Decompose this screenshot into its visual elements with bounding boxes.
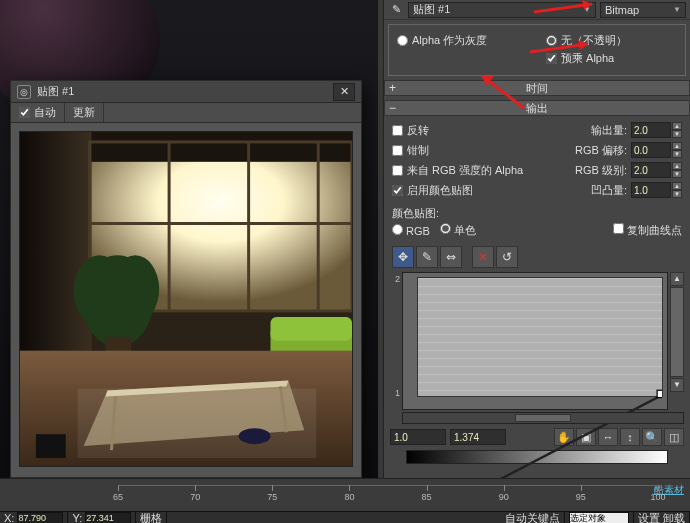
time-rollout: + 时间 <box>384 80 690 96</box>
spin-up-icon[interactable]: ▲ <box>672 182 682 190</box>
setkey-seg[interactable]: 设置 卸载 <box>634 512 690 523</box>
alpha-none-radio[interactable] <box>546 35 557 46</box>
spin-down-icon[interactable]: ▼ <box>672 170 682 178</box>
output-rollout-header[interactable]: − 输出 <box>384 100 690 116</box>
reset-curve-button[interactable]: ↺ <box>496 246 518 268</box>
close-button[interactable]: ✕ <box>333 83 355 101</box>
zoom-ext-v-button[interactable]: ▼ <box>670 378 684 392</box>
ytick-2: 2 <box>395 274 400 284</box>
alpha-premult-option[interactable]: 预乘 Alpha <box>546 49 677 67</box>
colormap-title: 颜色贴图: <box>392 206 682 221</box>
enable-colormap-label: 启用颜色贴图 <box>407 183 473 198</box>
rgb-offset-input[interactable] <box>631 142 671 158</box>
alpha-as-gray-radio[interactable] <box>397 35 408 46</box>
coord-x: X: <box>0 512 68 523</box>
colormap-section: 颜色贴图: RGB 单色 复制曲线点 <box>384 204 690 244</box>
enable-colormap-check[interactable] <box>392 185 403 196</box>
svg-point-11 <box>111 255 159 323</box>
clamp-check[interactable] <box>392 145 403 156</box>
svg-rect-21 <box>78 388 317 458</box>
selection-filter[interactable] <box>565 512 634 523</box>
y-input[interactable] <box>85 512 131 523</box>
pen-icon: ✎ <box>422 250 432 264</box>
map-slot-row: ✎ 贴图 #1 ▼ Bitmap ▼ <box>384 0 690 20</box>
map-type-dropdown[interactable]: Bitmap ▼ <box>600 2 686 18</box>
spin-up-icon[interactable]: ▲ <box>672 122 682 130</box>
time-rollout-header[interactable]: + 时间 <box>384 80 690 96</box>
window-titlebar[interactable]: ◎ 贴图 #1 ✕ <box>11 81 361 103</box>
tick-label: 70 <box>190 492 200 502</box>
tick-label: 75 <box>267 492 277 502</box>
scale-point-button[interactable]: ⇔ <box>440 246 462 268</box>
tick <box>427 485 428 491</box>
curve-editor: 2 1 ▲ ▼ <box>390 272 684 410</box>
alpha-from-rgb-check[interactable] <box>392 165 403 176</box>
copy-points-option[interactable]: 复制曲线点 <box>613 223 682 238</box>
mono-option[interactable]: 单色 <box>440 223 476 238</box>
curve-hscroll[interactable] <box>402 412 684 424</box>
delete-point-button[interactable]: ✕ <box>472 246 494 268</box>
rgb-option[interactable]: RGB <box>392 224 430 237</box>
svg-rect-31 <box>657 390 662 397</box>
minus-icon: − <box>389 102 396 114</box>
invert-check[interactable] <box>392 125 403 136</box>
spin-up-icon[interactable]: ▲ <box>672 142 682 150</box>
curve-side-buttons: ▲ ▼ <box>670 272 684 410</box>
mono-radio[interactable] <box>440 223 451 234</box>
rgb-level-spinner[interactable]: ▲▼ <box>631 162 682 178</box>
chevron-down-icon: ▼ <box>673 5 681 14</box>
tick <box>118 485 119 491</box>
spin-down-icon[interactable]: ▼ <box>672 150 682 158</box>
tick <box>581 485 582 491</box>
mono-radio-label: 单色 <box>454 224 476 236</box>
chevron-down-icon: ▼ <box>583 5 591 14</box>
rgb-radio[interactable] <box>392 224 403 235</box>
rgb-level-label: RGB 级别: <box>567 163 627 178</box>
timeline[interactable]: 65707580859095100 <box>118 485 658 509</box>
spin-down-icon[interactable]: ▼ <box>672 190 682 198</box>
auto-checkbox[interactable] <box>19 107 30 118</box>
hscroll-thumb[interactable] <box>515 414 571 422</box>
bitmap-preview <box>19 131 353 467</box>
pick-icon[interactable]: ✎ <box>388 2 404 18</box>
time-rollout-title: 时间 <box>385 81 689 96</box>
autokey-seg[interactable]: 自动关键点 <box>501 512 565 523</box>
alpha-as-gray-option[interactable]: Alpha 作为灰度 <box>397 31 528 49</box>
output-rollout-title: 输出 <box>385 101 689 116</box>
ytick-1: 1 <box>395 388 400 398</box>
add-point-button[interactable]: ✎ <box>416 246 438 268</box>
tick-label: 85 <box>422 492 432 502</box>
alpha-premult-check[interactable] <box>546 53 557 64</box>
output-amount-spinner[interactable]: ▲▼ <box>631 122 682 138</box>
spin-up-icon[interactable]: ▲ <box>672 162 682 170</box>
alpha-none-option[interactable]: 无（不透明） <box>546 31 677 49</box>
setkey-label: 设置 卸载 <box>638 511 685 523</box>
parameters-panel: ✎ 贴图 #1 ▼ Bitmap ▼ Alpha 作为灰度 无（不透明） 预乘 … <box>383 0 690 478</box>
zoom-ext-v-button[interactable]: ▲ <box>670 272 684 286</box>
output-amount-input[interactable] <box>631 122 671 138</box>
map-slot-dropdown[interactable]: 贴图 #1 ▼ <box>408 2 596 18</box>
rgb-offset-spinner[interactable]: ▲▼ <box>631 142 682 158</box>
bump-spinner[interactable]: ▲▼ <box>631 182 682 198</box>
move-point-button[interactable]: ✥ <box>392 246 414 268</box>
svg-rect-3 <box>20 132 92 351</box>
bump-input[interactable] <box>631 182 671 198</box>
tick-label: 100 <box>650 492 665 502</box>
vscroll-thumb[interactable] <box>670 287 684 377</box>
map-type-value: Bitmap <box>605 4 639 16</box>
bitmap-preview-window: ◎ 贴图 #1 ✕ 自动 更新 <box>10 80 362 478</box>
y-label: Y: <box>72 512 82 523</box>
update-button[interactable]: 更新 <box>65 103 104 122</box>
auto-toggle[interactable]: 自动 <box>11 103 65 122</box>
curve-y-axis: 2 1 <box>390 272 402 410</box>
curve-canvas[interactable] <box>402 272 668 410</box>
preview-image <box>20 132 352 466</box>
zoom-region-button[interactable]: ◫ <box>664 428 684 446</box>
copy-points-check[interactable] <box>613 223 624 234</box>
x-input[interactable] <box>17 512 63 523</box>
selection-input[interactable] <box>569 512 629 523</box>
alpha-premult-label: 预乘 Alpha <box>561 51 614 66</box>
spin-down-icon[interactable]: ▼ <box>672 130 682 138</box>
rgb-level-input[interactable] <box>631 162 671 178</box>
tick <box>349 485 350 491</box>
